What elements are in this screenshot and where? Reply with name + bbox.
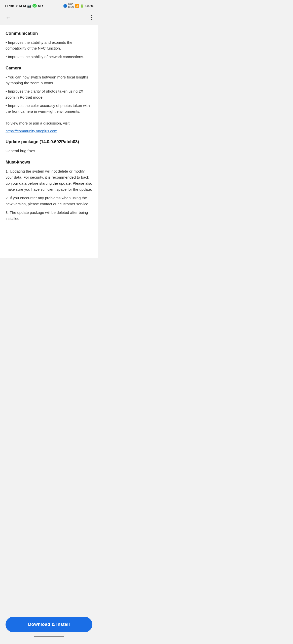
top-navigation: ←: [0, 11, 98, 25]
discussion-text: To view more or join a discussion, visit: [6, 120, 92, 126]
status-bar-right: 🔵 0.00KB/S 📶 🔋 100%: [63, 3, 93, 9]
battery-x-icon: 🔋: [80, 4, 84, 8]
camera-section: Camera • You can now switch between more…: [6, 66, 92, 114]
dot-indicator: •: [42, 5, 43, 7]
must-knows-section: Must-knows 1. Updating the system will n…: [6, 160, 92, 222]
main-content: Communication • Improves the stability a…: [0, 25, 98, 258]
gmail-icon-2: M: [23, 4, 26, 8]
communication-section: Communication • Improves the stability a…: [6, 31, 92, 60]
data-speed: 0.00KB/S: [68, 3, 74, 9]
communication-title: Communication: [6, 31, 92, 36]
back-button[interactable]: ←: [5, 13, 12, 22]
gmail-icon-1: M: [19, 4, 22, 8]
battery-percent: 100%: [85, 4, 93, 8]
gmail-icon-3: M: [38, 4, 41, 8]
oneplus-icon: O: [32, 4, 37, 8]
must-knows-item-2: 2. If you encounter any problems when us…: [6, 195, 92, 207]
camera-bullet-2: • Improves the clarity of photos taken u…: [6, 88, 92, 100]
time-display: 11:38: [5, 4, 14, 8]
must-knows-list: 1. Updating the system will not delete o…: [6, 168, 92, 222]
status-bar: 11:38 ◁ M M 📷 O M • 🔵 0.00KB/S 📶 🔋 100%: [0, 0, 98, 11]
must-knows-item-3: 3. The update package will be deleted af…: [6, 210, 92, 222]
dot-2: [91, 17, 92, 18]
update-package-description: General bug fixes.: [6, 148, 92, 154]
discussion-section: To view more or join a discussion, visit…: [6, 120, 92, 133]
camera-bullet-1: • You can now switch between more focal …: [6, 74, 92, 86]
camera-bullet-3: • Improves the color accuracy of photos …: [6, 103, 92, 114]
communication-bullet-1: • Improves the stability and expands the…: [6, 39, 92, 51]
wifi-icon: 📶: [75, 4, 79, 8]
communication-bullet-2: • Improves the stability of network conn…: [6, 54, 92, 60]
status-bar-left: 11:38 ◁ M M 📷 O M •: [5, 4, 44, 8]
back-arrow-icon: ←: [6, 14, 11, 21]
dot-1: [91, 15, 92, 16]
update-package-section: Update package (14.0.0.602Patch03) Gener…: [6, 139, 92, 154]
must-knows-item-1: 1. Updating the system will not delete o…: [6, 168, 92, 192]
navigation-icon: ◁: [15, 4, 18, 8]
camera-title: Camera: [6, 66, 92, 71]
must-knows-title: Must-knows: [6, 160, 92, 165]
more-options-button[interactable]: [90, 14, 93, 21]
bluetooth-icon: 🔵: [63, 4, 67, 8]
instagram-icon: 📷: [27, 4, 31, 8]
update-package-title: Update package (14.0.0.602Patch03): [6, 139, 92, 144]
discussion-link[interactable]: https://community.oneplus.com: [6, 129, 57, 133]
dot-3: [91, 19, 92, 20]
